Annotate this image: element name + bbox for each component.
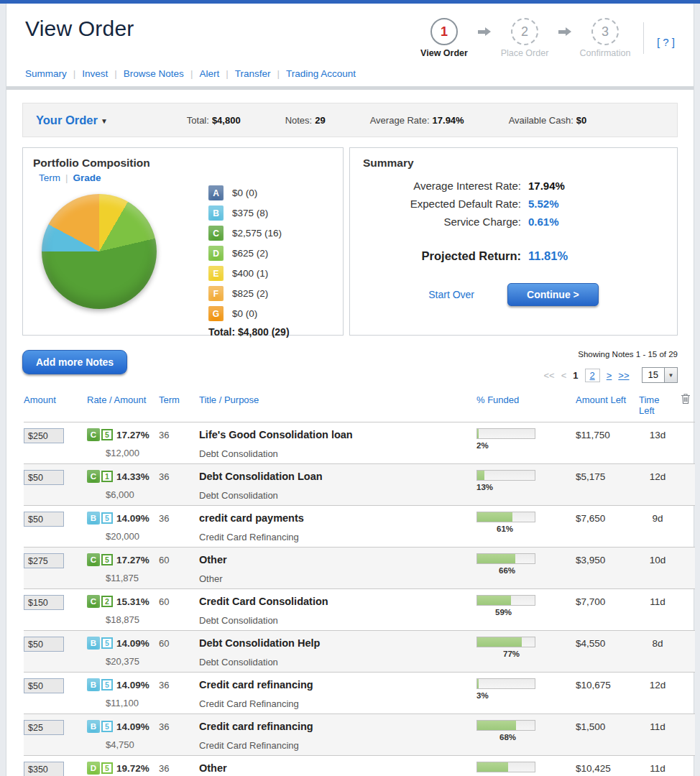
funded-cell: 59% (458, 595, 564, 616)
page-size-value: 15 (643, 368, 664, 382)
note-title[interactable]: Other (199, 762, 458, 774)
col-term[interactable]: Term (159, 394, 199, 405)
tab-term[interactable]: Term (39, 172, 60, 183)
note-title[interactable]: Debt Consolidation Loan (199, 470, 458, 482)
portfolio-tabs: Term|Grade (39, 172, 333, 183)
note-rate: 14.09% (116, 721, 149, 732)
note-term: 60 (159, 595, 199, 607)
note-title[interactable]: Credit card refinancing (199, 678, 458, 690)
funded-progress-fill (477, 512, 512, 522)
nav-link-transfer[interactable]: Transfer (235, 68, 271, 79)
note-title[interactable]: Credit card refinancing (199, 720, 458, 732)
tab-grade[interactable]: Grade (73, 172, 101, 183)
note-amount-input[interactable] (24, 678, 64, 693)
step: 1 View Order (413, 18, 475, 58)
note-row: C 5 17.27% $11,875 60 Other Other 66% $3… (24, 547, 695, 588)
note-title[interactable]: Life's Good Consolidation loan (199, 428, 458, 440)
note-amount-input[interactable] (24, 428, 64, 443)
note-title[interactable]: Other (199, 553, 458, 565)
col-amount[interactable]: Amount (24, 394, 87, 405)
page-title: View Order (25, 17, 134, 41)
pagination-page-current[interactable]: 1 (573, 370, 578, 381)
order-steps: 1 View Order 2 Place Order 3 Confirmatio… (413, 17, 675, 58)
col-amount-left[interactable]: Amount Left (564, 394, 639, 405)
step-label: Confirmation (574, 48, 636, 58)
funded-percent-label: 2% (476, 441, 564, 450)
nav-link-trading-account[interactable]: Trading Account (286, 68, 356, 79)
grade-badge: G (208, 306, 224, 321)
nav-link-alert[interactable]: Alert (199, 68, 219, 79)
pagination-next[interactable]: > (607, 370, 612, 381)
note-amount-input[interactable] (24, 553, 64, 568)
step-circle: 2 (511, 18, 538, 45)
legend-text: $0 (0) (232, 188, 257, 198)
add-more-notes-button[interactable]: Add more Notes (22, 350, 127, 374)
col-rate-amount[interactable]: Rate / Amount (87, 394, 159, 405)
funded-percent-label: 77% (503, 650, 564, 658)
projected-return-label: Projected Return: (363, 249, 521, 263)
funded-percent-label: 59% (495, 608, 564, 616)
note-time-left: 11d (639, 762, 676, 774)
start-over-link[interactable]: Start Over (428, 289, 474, 300)
step-label: View Order (413, 48, 475, 58)
note-row: C 1 14.33% $6,000 36 Debt Consolidation … (24, 463, 695, 505)
summary-row: Average Interest Rate: 17.94% (363, 180, 664, 192)
note-amount-left: $10,425 (564, 762, 639, 774)
note-time-left: 12d (639, 470, 676, 482)
note-amount-input[interactable] (24, 637, 64, 652)
note-purpose: Debt Consolidation (199, 615, 458, 626)
pagination-first[interactable]: << (544, 370, 555, 381)
note-purpose: Other (199, 573, 458, 584)
grade-subgrade-badge: 1 (101, 471, 113, 482)
nav-link-summary[interactable]: Summary (25, 68, 67, 79)
nav-link-invest[interactable]: Invest (82, 68, 108, 79)
stat-value: $0 (576, 115, 586, 126)
note-time-left: 8d (639, 637, 676, 649)
note-title[interactable]: Credit Card Consolidation (199, 595, 458, 607)
funded-progress-fill (477, 471, 484, 480)
funded-progress-bar (476, 553, 535, 564)
note-purpose: Credit Card Refinancing (199, 532, 458, 542)
grade-badge: F (208, 286, 224, 301)
note-title[interactable]: Debt Consolidation Help (199, 637, 458, 649)
trash-icon[interactable] (681, 393, 691, 407)
nav-link-browse-notes[interactable]: Browse Notes (124, 68, 184, 79)
note-title[interactable]: credit card payments (199, 512, 458, 524)
help-link[interactable]: [ ? ] (657, 29, 675, 48)
funded-progress-fill (477, 762, 508, 772)
note-purpose: Credit Card Refinancing (199, 698, 458, 709)
note-purpose: Debt Consolidation (199, 657, 458, 668)
col-time-left[interactable]: Time Left (639, 394, 676, 416)
note-amount-input[interactable] (24, 512, 64, 527)
page-size-select[interactable]: 15 ▼ (642, 367, 678, 383)
note-term: 36 (159, 720, 199, 732)
col-title-purpose[interactable]: Title / Purpose (199, 394, 458, 405)
summary-row-label: Expected Default Rate: (363, 198, 521, 210)
step-arrow-icon (476, 18, 492, 45)
grade-badge: B (208, 205, 224, 221)
funded-cell: 54% (458, 762, 564, 776)
note-amount-input[interactable] (24, 470, 64, 485)
nav-separator: | (277, 68, 280, 79)
stat-label: Total: (187, 115, 209, 126)
order-stat: Total:$4,800 (187, 115, 241, 126)
grade-pie-chart (42, 194, 157, 309)
note-amount-input[interactable] (24, 762, 64, 776)
grade-badge: C (208, 226, 224, 241)
note-time-left: 9d (639, 512, 676, 524)
continue-button[interactable]: Continue > (507, 283, 599, 306)
chevron-down-icon: ▼ (664, 368, 677, 382)
funded-progress-bar (476, 762, 535, 772)
grade-letter-badge: B (87, 678, 100, 691)
your-order-bar: Your Order▼ Total:$4,800Notes:29Average … (22, 103, 678, 137)
pagination-page-2[interactable]: 2 (590, 370, 595, 381)
pagination-prev[interactable]: < (561, 370, 567, 381)
pagination-last[interactable]: >> (618, 370, 629, 381)
col-funded[interactable]: % Funded (458, 394, 564, 405)
note-amount-left: $3,950 (564, 553, 639, 565)
note-amount-left: $5,175 (564, 470, 639, 482)
your-order-toggle[interactable]: Your Order▼ (36, 114, 108, 127)
note-amount-input[interactable] (24, 595, 64, 610)
main-nav: Summary|Invest|Browse Notes|Alert|Transf… (6, 58, 694, 90)
note-amount-input[interactable] (24, 720, 64, 735)
